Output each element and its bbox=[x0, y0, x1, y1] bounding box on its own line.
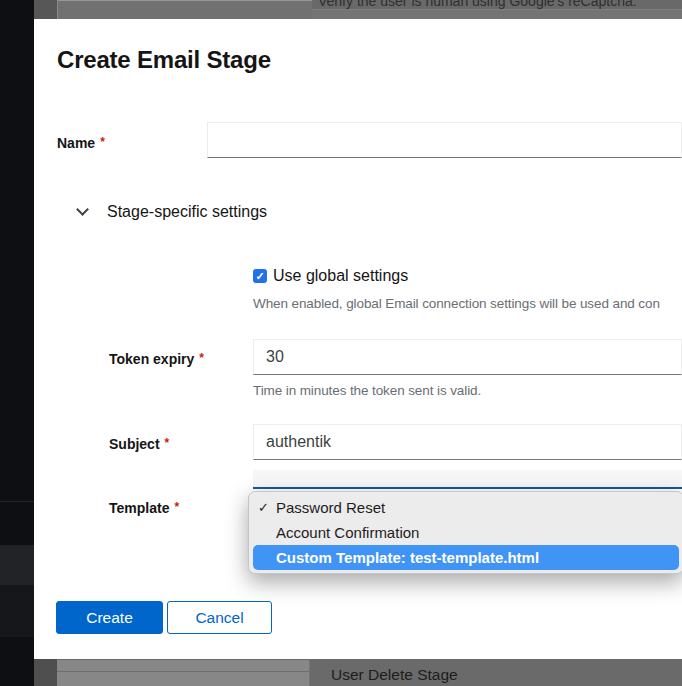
app-sidebar bbox=[0, 0, 34, 686]
token-expiry-label: Token expiry* bbox=[109, 351, 204, 367]
section-toggle-label: Stage-specific settings bbox=[107, 203, 267, 221]
background-row-description: Verify the user is human using Google's … bbox=[318, 0, 637, 9]
dropdown-option-account-confirmation[interactable]: Account Confirmation bbox=[249, 520, 682, 545]
sidebar-divider bbox=[0, 501, 34, 502]
modal-title: Create Email Stage bbox=[57, 46, 271, 74]
dimmed-row-strip bbox=[312, 10, 682, 19]
dimmed-table-card bbox=[57, 0, 312, 19]
required-asterisk: * bbox=[100, 135, 105, 149]
required-asterisk: * bbox=[199, 351, 204, 365]
use-global-settings-label[interactable]: Use global settings bbox=[273, 267, 408, 285]
checkmark-icon: ✓ bbox=[255, 270, 264, 282]
required-asterisk: * bbox=[165, 436, 170, 450]
template-label: Template* bbox=[109, 500, 179, 516]
screen: Verify the user is human using Google's … bbox=[0, 0, 682, 686]
create-button[interactable]: Create bbox=[56, 601, 163, 634]
dimmed-background-top: Verify the user is human using Google's … bbox=[34, 0, 682, 19]
dimmed-page-gutter bbox=[34, 659, 57, 686]
dimmed-row-border bbox=[57, 671, 309, 672]
required-asterisk: * bbox=[174, 500, 179, 514]
dropdown-option-custom-template[interactable]: Custom Template: test-template.html bbox=[253, 545, 679, 570]
cancel-button[interactable]: Cancel bbox=[167, 601, 272, 634]
create-email-stage-modal: Create Email Stage Name* Stage-specific … bbox=[35, 19, 682, 659]
sidebar-nav-item[interactable] bbox=[0, 545, 34, 585]
checkmark-icon: ✓ bbox=[258, 495, 274, 520]
dimmed-table-card bbox=[57, 660, 310, 686]
name-input[interactable] bbox=[207, 122, 682, 158]
sidebar-nav-item[interactable] bbox=[0, 585, 34, 637]
dimmed-page-gutter bbox=[34, 0, 57, 19]
use-global-settings-help: When enabled, global Email connection se… bbox=[253, 296, 660, 311]
dimmed-background-bottom: User Delete Stage bbox=[34, 659, 682, 686]
template-dropdown-menu: ✓ Password Reset Account Confirmation Cu… bbox=[248, 491, 682, 574]
background-row-name: User Delete Stage bbox=[331, 666, 458, 684]
subject-label: Subject* bbox=[109, 436, 169, 452]
token-expiry-input[interactable] bbox=[253, 339, 682, 375]
name-label: Name* bbox=[57, 135, 105, 151]
token-expiry-help: Time in minutes the token sent is valid. bbox=[253, 383, 481, 398]
subject-input[interactable] bbox=[253, 424, 682, 460]
template-select[interactable] bbox=[253, 470, 682, 489]
dropdown-option-password-reset[interactable]: ✓ Password Reset bbox=[249, 495, 682, 520]
chevron-down-icon bbox=[76, 203, 89, 216]
use-global-settings-checkbox[interactable]: ✓ bbox=[253, 269, 267, 283]
